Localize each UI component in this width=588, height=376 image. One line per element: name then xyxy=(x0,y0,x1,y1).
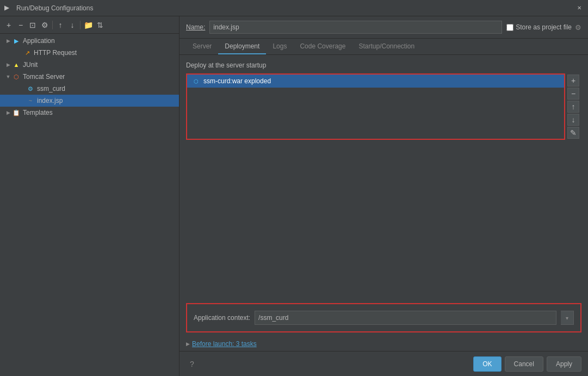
arrow-junit: ▶ xyxy=(4,62,12,67)
deploy-down-button[interactable]: ↓ xyxy=(567,114,579,126)
index-icon: ~ xyxy=(26,96,35,105)
before-launch-label[interactable]: Before launch: 3 tasks xyxy=(192,340,257,348)
app-icon: ▶ xyxy=(4,4,13,13)
close-button[interactable]: ✕ xyxy=(575,4,584,13)
arrow-tomcat: ▼ xyxy=(4,74,12,79)
config-settings-button[interactable]: ⚙ xyxy=(39,20,50,30)
deploy-item-icon: ⬡ xyxy=(191,77,200,85)
deploy-item-label: ssm-curd:war exploded xyxy=(203,77,271,85)
name-label: Name: xyxy=(186,23,205,31)
toolbar-separator-2 xyxy=(80,21,81,29)
deploy-list-container: ⬡ ssm-curd:war exploded + − ↑ ↓ ✎ xyxy=(186,73,581,140)
app-context-label: Application context: xyxy=(194,314,250,322)
tree-item-http-request[interactable]: ↗ HTTP Request xyxy=(0,47,179,59)
tree-label-tomcat: Tomcat Server xyxy=(23,73,65,81)
sort-button[interactable]: ⇅ xyxy=(95,20,106,30)
store-project-area: Store as project file ⚙ xyxy=(506,23,581,32)
dialog-buttons: ? OK Cancel Apply xyxy=(180,351,588,376)
deploy-side-buttons: + − ↑ ↓ ✎ xyxy=(565,73,581,140)
name-input[interactable] xyxy=(209,21,502,34)
remove-config-button[interactable]: − xyxy=(15,20,26,30)
arrow-templates: ▶ xyxy=(4,110,12,115)
before-launch-row: ▶ Before launch: 3 tasks xyxy=(180,337,588,351)
add-config-button[interactable]: + xyxy=(3,20,14,30)
deploy-add-button[interactable]: + xyxy=(567,75,579,87)
deploy-list: ⬡ ssm-curd:war exploded xyxy=(186,73,565,140)
tabs-bar: Server Deployment Logs Code Coverage Sta… xyxy=(180,39,588,55)
title-bar: ▶ Run/Debug Configurations ✕ xyxy=(0,0,588,16)
tab-server[interactable]: Server xyxy=(186,39,218,54)
tree-label-index: index.jsp xyxy=(37,97,63,104)
tomcat-icon: ⬡ xyxy=(12,72,21,81)
deploy-at-startup-label: Deploy at the server startup xyxy=(186,61,581,69)
dropdown-arrow-icon[interactable]: ▾ xyxy=(561,311,574,325)
junit-icon: ▲ xyxy=(12,60,21,69)
copy-config-button[interactable]: ⊡ xyxy=(27,20,38,30)
folder-button[interactable]: 📁 xyxy=(83,20,94,30)
tree-label-templates: Templates xyxy=(23,109,53,116)
tree-label-application: Application xyxy=(23,37,55,45)
app-context-select[interactable]: /ssm_curd xyxy=(255,311,556,325)
templates-icon: 📋 xyxy=(12,108,21,117)
tab-code-coverage[interactable]: Code Coverage xyxy=(293,39,352,54)
tree-item-tomcat[interactable]: ▼ ⬡ Tomcat Server xyxy=(0,71,179,83)
tree-toolbar: + − ⊡ ⚙ ↑ ↓ 📁 ⇅ xyxy=(0,16,179,34)
window-controls: ✕ xyxy=(575,4,584,13)
tab-logs[interactable]: Logs xyxy=(266,39,293,54)
deploy-item-ssm-curd[interactable]: ⬡ ssm-curd:war exploded xyxy=(187,75,564,88)
application-icon: ▶ xyxy=(12,36,21,45)
apply-button[interactable]: Apply xyxy=(547,356,581,372)
deploy-up-button[interactable]: ↑ xyxy=(567,101,579,113)
move-down-button[interactable]: ↓ xyxy=(67,20,78,30)
name-row: Name: Store as project file ⚙ xyxy=(180,16,588,39)
ssm-icon: ⚙ xyxy=(26,84,35,93)
deploy-remove-button[interactable]: − xyxy=(567,88,579,100)
move-up-button[interactable]: ↑ xyxy=(55,20,66,30)
ok-button[interactable]: OK xyxy=(473,356,501,372)
content-spacer xyxy=(186,140,581,297)
store-gear-icon[interactable]: ⚙ xyxy=(575,23,581,32)
http-icon: ↗ xyxy=(23,48,32,57)
dialog-title: Run/Debug Configurations xyxy=(16,4,93,12)
tab-deployment[interactable]: Deployment xyxy=(218,39,266,54)
left-panel: + − ⊡ ⚙ ↑ ↓ 📁 ⇅ ▶ ▶ Application ↗ HTT xyxy=(0,16,180,376)
main-layout: + − ⊡ ⚙ ↑ ↓ 📁 ⇅ ▶ ▶ Application ↗ HTT xyxy=(0,16,588,376)
arrow-application: ▶ xyxy=(4,38,12,44)
application-context-section: Application context: /ssm_curd ▾ xyxy=(186,303,581,332)
toolbar-separator-1 xyxy=(52,21,53,29)
tree-item-index-jsp[interactable]: ~ index.jsp xyxy=(0,95,179,107)
tree-item-templates[interactable]: ▶ 📋 Templates xyxy=(0,107,179,119)
deploy-edit-button[interactable]: ✎ xyxy=(567,127,579,139)
store-project-checkbox[interactable] xyxy=(506,24,513,31)
config-tree: ▶ ▶ Application ↗ HTTP Request ▶ ▲ JUnit… xyxy=(0,34,179,376)
right-panel: Name: Store as project file ⚙ Server Dep… xyxy=(180,16,588,376)
tree-item-ssm-curd[interactable]: ⚙ ssm_curd xyxy=(0,83,179,95)
app-context-row: Application context: /ssm_curd ▾ xyxy=(194,311,574,325)
content-area: Deploy at the server startup ⬡ ssm-curd:… xyxy=(180,55,588,303)
tree-label-http: HTTP Request xyxy=(34,49,77,57)
tree-label-junit: JUnit xyxy=(23,61,38,69)
help-button[interactable]: ? xyxy=(186,358,198,370)
tree-item-junit[interactable]: ▶ ▲ JUnit xyxy=(0,59,179,71)
tree-label-ssm: ssm_curd xyxy=(37,85,65,93)
store-project-label: Store as project file xyxy=(516,23,572,31)
tree-item-application[interactable]: ▶ ▶ Application xyxy=(0,35,179,47)
cancel-button[interactable]: Cancel xyxy=(505,356,543,372)
before-launch-arrow-icon[interactable]: ▶ xyxy=(186,341,190,347)
tab-startup-connection[interactable]: Startup/Connection xyxy=(352,39,421,54)
